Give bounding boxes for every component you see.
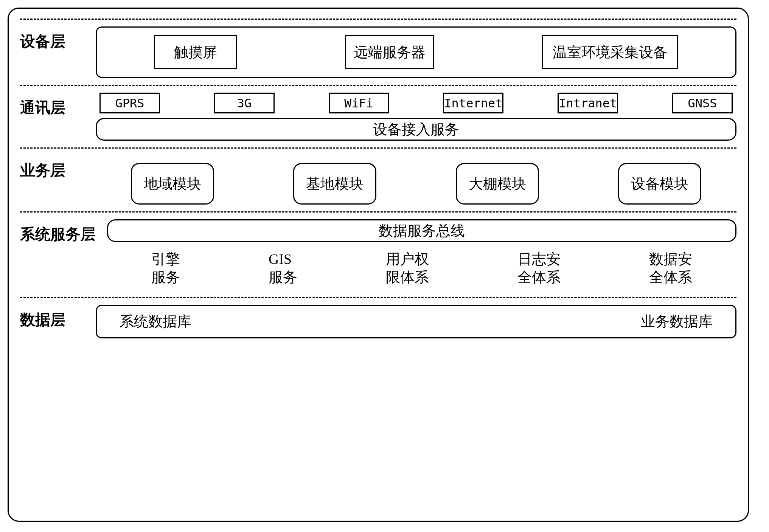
service-data-security: 数据安 全体系 (649, 250, 692, 286)
service-data-security-l1: 数据安 (649, 251, 692, 267)
comm-gnss: GNSS (672, 93, 733, 113)
data-layer-label: 数据层 (20, 305, 96, 330)
comm-access-service: 设备接入服务 (96, 118, 736, 141)
service-log-security-l2: 全体系 (517, 269, 561, 285)
service-data-security-l2: 全体系 (649, 269, 692, 285)
business-region-module: 地域模块 (131, 163, 214, 205)
separator (20, 211, 736, 212)
separator (20, 19, 736, 20)
data-layer-container: 系统数据库 业务数据库 (96, 305, 736, 338)
comm-intranet: Intranet (558, 93, 618, 113)
device-remote-server: 远端服务器 (345, 35, 434, 69)
service-gis-l2: 服务 (269, 269, 297, 285)
service-user-auth-l1: 用户权 (386, 251, 429, 267)
system-service-layer: 系统服务层 数据服务总线 引擎 服务 GIS 服务 用户权 限体系 日志安 全 (20, 215, 736, 295)
device-greenhouse-sensor: 温室环境采集设备 (542, 35, 678, 69)
service-log-security-l1: 日志安 (517, 251, 561, 267)
business-layer: 业务层 地域模块 基地模块 大棚模块 设备模块 (20, 151, 736, 209)
service-engine: 引擎 服务 (151, 250, 180, 286)
comm-internet: Internet (443, 93, 503, 113)
service-engine-l2: 服务 (151, 269, 180, 285)
business-layer-content: 地域模块 基地模块 大棚模块 设备模块 (96, 155, 736, 205)
device-touchscreen: 触摸屏 (154, 35, 237, 69)
device-layer-label: 设备层 (20, 26, 96, 52)
system-database: 系统数据库 (120, 312, 191, 331)
comm-3g: 3G (214, 93, 275, 113)
business-device-module: 设备模块 (618, 163, 701, 205)
service-user-auth-l2: 限体系 (386, 269, 429, 285)
data-layer: 数据层 系统数据库 业务数据库 (20, 300, 736, 343)
comm-layer: 通讯层 GPRS 3G WiFi Internet Intranet GNSS … (20, 88, 736, 145)
business-database: 业务数据库 (641, 312, 713, 331)
data-layer-content: 系统数据库 业务数据库 (96, 305, 736, 338)
service-gis: GIS 服务 (269, 250, 297, 286)
service-user-auth: 用户权 限体系 (386, 250, 429, 286)
business-layer-label: 业务层 (20, 155, 96, 181)
service-list: 引擎 服务 GIS 服务 用户权 限体系 日志安 全体系 数据安 全体系 (107, 247, 736, 290)
service-gis-l1: GIS (269, 251, 292, 267)
architecture-diagram: 设备层 触摸屏 远端服务器 温室环境采集设备 通讯层 GPRS 3G WiFi … (8, 8, 749, 522)
separator (20, 85, 736, 86)
comm-layer-label: 通讯层 (20, 93, 96, 118)
service-log-security: 日志安 全体系 (517, 250, 561, 286)
business-greenhouse-module: 大棚模块 (456, 163, 539, 205)
system-service-layer-label: 系统服务层 (20, 219, 107, 245)
business-base-module: 基地模块 (293, 163, 376, 205)
device-layer: 设备层 触摸屏 远端服务器 温室环境采集设备 (20, 22, 736, 82)
device-layer-content: 触摸屏 远端服务器 温室环境采集设备 (96, 26, 736, 78)
system-service-layer-content: 数据服务总线 引擎 服务 GIS 服务 用户权 限体系 日志安 全体系 (107, 219, 736, 290)
separator (20, 147, 736, 149)
comm-gprs: GPRS (99, 93, 160, 113)
data-service-bus: 数据服务总线 (107, 219, 736, 242)
separator (20, 297, 736, 298)
comm-layer-content: GPRS 3G WiFi Internet Intranet GNSS 设备接入… (96, 93, 736, 141)
comm-wifi: WiFi (329, 93, 389, 113)
service-engine-l1: 引擎 (151, 251, 180, 267)
device-layer-container: 触摸屏 远端服务器 温室环境采集设备 (96, 26, 736, 78)
